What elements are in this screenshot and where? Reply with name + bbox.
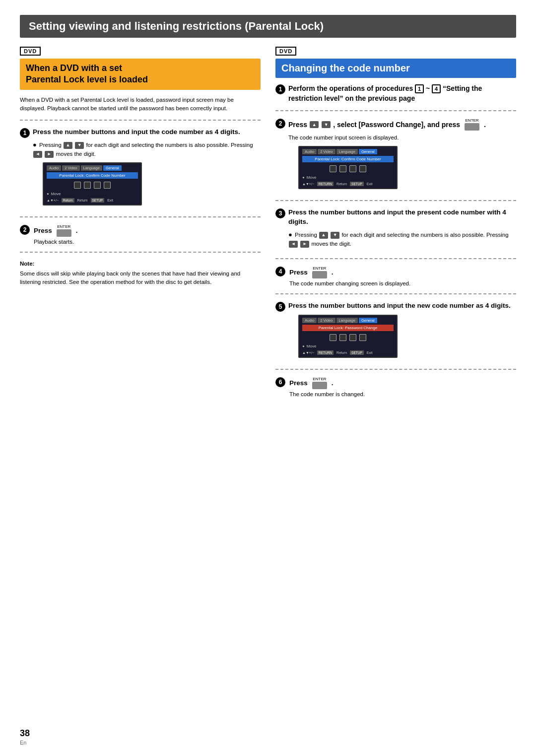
screen-mockup-left-1: Audio 2 Video Language General Parental …	[43, 162, 142, 206]
separator-3	[20, 252, 261, 253]
right-step4: 4 Press ENTER . The code number changing…	[275, 266, 516, 286]
screen-footer-left-1: ▲▼+/− Return Return SETUP Exit	[47, 198, 138, 203]
return-btn-r2: RETURN	[317, 182, 334, 186]
enter-button-right6: ENTER	[311, 377, 328, 389]
screen-arrow: ● Move	[47, 192, 138, 196]
num4-icon: 4	[432, 84, 441, 93]
left-icon-r3: ◄	[289, 241, 298, 248]
right-step4-num: 4	[275, 267, 285, 276]
tab-gen-r2: General	[359, 149, 377, 154]
enter-button-right2: ENTER	[464, 118, 480, 131]
left-column: DVD When a DVD with a set Parental Lock …	[20, 47, 261, 287]
left-step1-title: Press the number buttons and input the c…	[33, 128, 261, 137]
right-step6-text: The code number is changed.	[289, 391, 365, 397]
screen-tab-language: Language	[81, 165, 102, 171]
num1-icon: 1	[415, 84, 424, 93]
right-step2-screen-text: The code number input screen is displaye…	[288, 134, 516, 142]
right-column: DVD Changing the code number 1 Perform t…	[275, 47, 516, 400]
setup-btn: SETUP	[91, 198, 105, 203]
screen-mockup-right-2: Audio 2 Video Language General Parental …	[298, 146, 398, 189]
right-section-header: Changing the code number	[275, 59, 516, 78]
right-step6-num: 6	[275, 377, 285, 387]
screen-dots-r2	[302, 165, 394, 172]
screen-tab-video: 2 Video	[62, 165, 79, 171]
screen-arrow-r2: ● Move	[302, 175, 394, 180]
dot4	[104, 182, 111, 189]
dvd-badge-right: DVD	[275, 47, 296, 56]
screen-dots-r5	[302, 334, 394, 341]
left-step1-num: 1	[20, 128, 30, 138]
screen-mockup-right-5: Audio 2 Video Language General Parental …	[298, 315, 398, 358]
right-step5-content: Press the number buttons and input the n…	[288, 301, 516, 362]
return-btn: Return	[62, 198, 74, 203]
up-arrow-icon: ▲	[64, 142, 72, 149]
dvd-badge-left: DVD	[20, 47, 41, 56]
separator-1	[20, 120, 261, 121]
return-btn-r5: RETURN	[317, 350, 334, 355]
down-icon-r2: ▼	[322, 121, 331, 128]
enter-button-right4: ENTER	[311, 266, 328, 278]
dot1-r5	[330, 334, 336, 341]
left-step1: 1 Press the number buttons and input the…	[20, 128, 261, 209]
right-sep-4	[275, 293, 516, 294]
right-step2: 2 Press ▲ ▼ , select [Password Change], …	[275, 118, 516, 193]
left-step2: 2 Press ENTER . Playback starts.	[20, 224, 261, 245]
right-step4-content: Press ENTER . The code number changing s…	[289, 266, 410, 286]
dot2	[84, 182, 91, 189]
tab-audio-r5: Audio	[302, 318, 317, 323]
left-step1-body: ● Pressing ▲ ▼ for each digit and select…	[33, 140, 261, 158]
right-sep-2	[275, 200, 516, 201]
separator-2	[20, 216, 261, 217]
screen-footer-r5: ▲▼+/− RETURN Return SETUP Exit	[302, 350, 394, 355]
tab-video-r5: 2 Video	[318, 318, 335, 323]
screen-arrow-r5: ● Move	[302, 344, 394, 348]
enter-button-left: ENTER	[56, 224, 72, 237]
screen-dots-left-1	[47, 182, 138, 189]
left-intro: When a DVD with a set Parental Lock leve…	[20, 96, 261, 113]
left-step2-press: Press ENTER .	[34, 224, 77, 237]
left-arrow-icon: ◄	[33, 151, 42, 158]
up-icon-r2: ▲	[310, 121, 319, 128]
dot2-r2	[339, 165, 346, 172]
dot1	[74, 182, 81, 189]
right-step5: 5 Press the number buttons and input the…	[275, 301, 516, 362]
setup-btn-r5: SETUP	[350, 350, 364, 355]
right-sep-5	[275, 369, 516, 370]
tab-gen-r5: General	[359, 318, 377, 323]
right-step6-content: Press ENTER . The code number is changed…	[289, 377, 365, 397]
setup-btn-r2: SETUP	[350, 182, 364, 186]
screen-banner-left-1: Parental Lock: Confirm Code Number	[47, 172, 138, 179]
dot4-r5	[359, 334, 366, 341]
right-step3-title: Press the number buttons and input the p…	[288, 208, 516, 227]
right-step1-content: Perform the operations of procedures 1 ~…	[288, 84, 516, 103]
right-step1-title: Perform the operations of procedures 1 ~…	[288, 84, 516, 103]
right-step1-num: 1	[275, 84, 285, 94]
screen-banner-r5: Parental Lock: Password Change	[302, 325, 394, 331]
note-body: Some discs will skip while playing back …	[20, 270, 261, 287]
right-step5-title: Press the number buttons and input the n…	[288, 301, 516, 311]
right-step2-content: Press ▲ ▼ , select [Password Change], an…	[288, 118, 516, 193]
dot3	[94, 182, 101, 189]
dot1-r2	[330, 165, 336, 172]
up-icon-r3: ▲	[319, 232, 328, 239]
screen-tab-audio: Audio	[47, 165, 61, 171]
right-step2-num: 2	[275, 119, 285, 129]
right-arrow-icon: ►	[45, 151, 54, 158]
note-box: Note: Some discs will skip while playing…	[20, 260, 261, 287]
right-sep-3	[275, 258, 516, 259]
right-step3-body: ● Pressing ▲ ▼ for each digit and select…	[288, 230, 516, 248]
note-title: Note:	[20, 260, 261, 268]
right-step3-content: Press the number buttons and input the p…	[288, 208, 516, 251]
screen-tabs-r5: Audio 2 Video Language General	[302, 318, 394, 323]
right-step5-num: 5	[275, 302, 285, 312]
right-step3: 3 Press the number buttons and input the…	[275, 208, 516, 251]
dot3-r5	[349, 334, 356, 341]
right-sep-1	[275, 110, 516, 111]
screen-tabs: Audio 2 Video Language General	[47, 165, 138, 171]
left-step2-playback: Playback starts.	[34, 239, 77, 245]
right-icon-r3: ►	[300, 241, 309, 248]
right-step6: 6 Press ENTER . The code number is chang…	[275, 377, 516, 397]
screen-banner-r2: Parental Lock: Confirm Code Number	[302, 156, 394, 162]
left-step2-num: 2	[20, 225, 30, 235]
left-step1-content: Press the number buttons and input the c…	[33, 128, 261, 209]
